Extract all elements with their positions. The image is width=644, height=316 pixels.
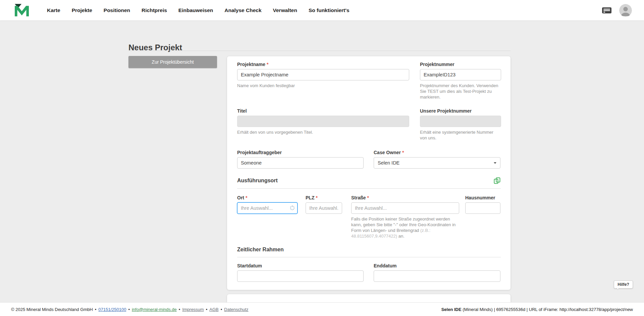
nav-item-richtpreis[interactable]: Richtpreis <box>142 7 167 13</box>
nav-item-positionen[interactable]: Positionen <box>104 7 130 13</box>
titel-label-text: Titel <box>237 108 247 114</box>
required-marker: * <box>246 195 247 200</box>
nav-item-verwalten[interactable]: Verwalten <box>273 7 297 13</box>
nav-item-einbauweisen[interactable]: Einbauweisen <box>178 7 213 13</box>
required-marker: * <box>316 195 317 200</box>
plz-field: PLZ* <box>306 195 342 214</box>
footer-separator: • <box>95 307 97 312</box>
section-divider <box>237 257 501 257</box>
case-owner-label-text: Case Owner <box>374 150 401 155</box>
strasse-label: Straße* <box>351 195 459 201</box>
hausnummer-label-text: Hausnummer <box>465 195 495 200</box>
projektnummer-input[interactable] <box>420 69 501 80</box>
new-project-form-card: Projektname* Name vom Kunden festlegbar … <box>227 56 511 290</box>
user-avatar[interactable] <box>619 4 632 17</box>
projektauftraggeber-input[interactable] <box>237 157 364 169</box>
enddatum-input[interactable] <box>374 270 500 282</box>
unsere-projektnummer-helper: Erhält eine systemgenerierte Nummer von … <box>420 129 501 141</box>
projektauftraggeber-field: Projektauftraggeber <box>237 150 364 169</box>
zeitlicher-rahmen-heading: Zeitlicher Rahmen <box>237 247 284 253</box>
startdatum-label: Startdatum <box>237 263 364 269</box>
strasse-field: Straße* Falls die Position keiner Straße… <box>351 195 459 239</box>
case-owner-label: Case Owner* <box>374 150 500 155</box>
unsere-projektnummer-label-text: Unsere Projektnummer <box>420 108 472 114</box>
session-user: Selen IDE <box>441 307 462 312</box>
footer-datenschutz-link[interactable]: Datenschutz <box>224 307 248 312</box>
titel-label: Titel <box>237 108 409 114</box>
loading-spinner-icon <box>290 206 294 210</box>
ort-input[interactable] <box>237 202 298 214</box>
titel-input <box>237 116 409 127</box>
projektname-label-text: Projektname <box>237 62 265 67</box>
server-icon[interactable] <box>602 7 612 14</box>
unsere-projektnummer-field: Unsere Projektnummer Erhält eine systemg… <box>420 108 501 141</box>
unsere-projektnummer-input <box>420 116 501 127</box>
projektnummer-label-text: Projektnummer <box>420 62 454 67</box>
nav-item-so-funktionierts[interactable]: So funktioniert's <box>309 7 350 13</box>
zeitlicher-rahmen-section-header: Zeitlicher Rahmen <box>237 247 501 253</box>
nav-right-actions <box>602 4 644 17</box>
titel-helper: Erhält den von uns vorgegebenen Titel. <box>237 129 409 135</box>
case-owner-selected-value: Selen IDE <box>378 160 399 166</box>
app-window: Karte Projekte Positionen Richtpreis Ein… <box>0 0 644 316</box>
projektname-field: Projektname* Name vom Kunden festlegbar <box>237 62 409 88</box>
help-button[interactable]: Hilfe? <box>614 280 633 289</box>
startdatum-input[interactable] <box>237 270 364 282</box>
back-to-project-overview-button[interactable]: Zur Projektübersicht <box>128 56 217 68</box>
projektname-label: Projektname* <box>237 62 409 67</box>
ort-field: Ort* <box>237 195 298 214</box>
footer-email-link[interactable]: info@mineral-minds.de <box>132 307 177 312</box>
case-owner-select[interactable]: Selen IDE <box>374 157 500 169</box>
session-details: (Mineral Minds) | 69576255536d | URL of … <box>462 307 633 312</box>
strasse-input[interactable] <box>351 202 459 214</box>
hausnummer-field: Hausnummer <box>465 195 500 214</box>
copy-address-button[interactable] <box>493 177 501 184</box>
title-divider <box>128 51 511 51</box>
case-owner-field: Case Owner* Selen IDE <box>374 150 500 169</box>
nav-item-karte[interactable]: Karte <box>47 7 60 13</box>
main-nav: Karte Projekte Positionen Richtpreis Ein… <box>47 7 350 13</box>
strasse-label-text: Straße <box>351 195 366 200</box>
footer-separator: • <box>179 307 180 312</box>
plz-input[interactable] <box>306 202 342 214</box>
copyright-text: © 2025 Mineral Minds Deutschland GmbH <box>11 307 93 312</box>
footer-separator: • <box>206 307 208 312</box>
unsere-projektnummer-label: Unsere Projektnummer <box>420 108 501 114</box>
plz-label: PLZ* <box>306 195 342 201</box>
projektnummer-label: Projektnummer <box>420 62 501 67</box>
projektname-helper: Name vom Kunden festlegbar <box>237 83 409 88</box>
enddatum-label: Enddatum <box>374 263 500 269</box>
footer-separator: • <box>128 307 130 312</box>
projektauftraggeber-label: Projektauftraggeber <box>237 150 364 155</box>
titel-field: Titel Erhält den von uns vorgegebenen Ti… <box>237 108 409 135</box>
footer-phone-link[interactable]: 07151/250100 <box>98 307 126 312</box>
nav-item-analyse-check[interactable]: Analyse Check <box>224 7 261 13</box>
required-marker: * <box>367 195 369 200</box>
hausnummer-label: Hausnummer <box>465 195 500 201</box>
projektauftraggeber-label-text: Projektauftraggeber <box>237 150 282 155</box>
footer-session-info: Selen IDE (Mineral Minds) | 69576255536d… <box>441 307 633 312</box>
strasse-helper: Falls die Position keiner Straße zugeord… <box>351 216 459 239</box>
footer-agb-link[interactable]: AGB <box>209 307 218 312</box>
hausnummer-input[interactable] <box>465 202 500 214</box>
startdatum-field: Startdatum <box>237 263 364 282</box>
required-marker: * <box>402 150 404 155</box>
logo-m-icon <box>15 4 29 17</box>
ort-label: Ort* <box>237 195 298 201</box>
mineral-minds-logo[interactable] <box>15 4 29 17</box>
copy-icon <box>493 177 501 184</box>
startdatum-label-text: Startdatum <box>237 263 262 268</box>
ausfuehrungsort-section-header: Ausführungsort <box>237 177 501 184</box>
plz-label-text: PLZ <box>306 195 314 200</box>
projektname-input[interactable] <box>237 69 409 80</box>
nav-item-projekte[interactable]: Projekte <box>72 7 92 13</box>
chevron-down-icon <box>494 162 496 164</box>
enddatum-label-text: Enddatum <box>374 263 396 268</box>
footer-separator: • <box>221 307 222 312</box>
footer-left: © 2025 Mineral Minds Deutschland GmbH • … <box>11 307 249 312</box>
required-marker: * <box>267 62 268 67</box>
footer-impressum-link[interactable]: Impressum <box>182 307 204 312</box>
top-navbar: Karte Projekte Positionen Richtpreis Ein… <box>0 0 644 20</box>
page-footer: © 2025 Mineral Minds Deutschland GmbH • … <box>0 302 644 316</box>
projektnummer-helper: Projektnummer des Kunden. Verwenden Sie … <box>420 83 501 100</box>
